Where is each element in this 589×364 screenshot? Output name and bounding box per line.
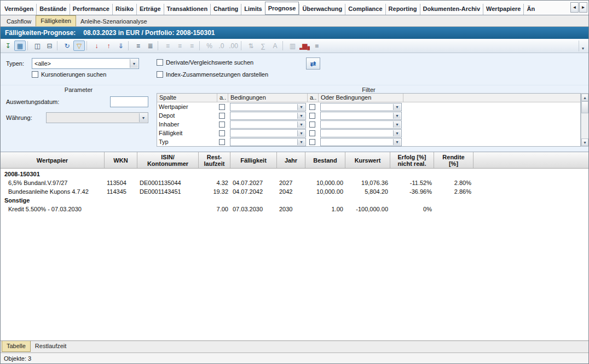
tab-Prognose[interactable]: Prognose <box>265 2 299 15</box>
column-header-6[interactable]: Bestand <box>305 152 345 168</box>
filter-header-3: a.. <box>308 94 319 102</box>
column-header-5[interactable]: Jahr <box>277 152 305 168</box>
filter-or-condition-select[interactable]: ▼ <box>320 138 402 146</box>
table-group-row[interactable]: 2008-150301 <box>1 170 588 178</box>
chart-table-view-icon[interactable]: ▦ <box>14 41 26 51</box>
waehrung-select[interactable]: ▼ <box>46 112 148 123</box>
tab-Reporting[interactable]: Reporting <box>385 4 420 15</box>
chevron-down-icon: ▼ <box>297 130 305 136</box>
tab-Dokumenten-Archiv[interactable]: Dokumenten-Archiv <box>420 4 483 15</box>
filter-or-condition-select[interactable]: ▼ <box>320 120 402 129</box>
table-row[interactable]: 6,5% Bundanl.V.97/27113504DE00011350444.… <box>1 178 588 187</box>
tab-Än[interactable]: Än <box>523 4 538 15</box>
column-header-1[interactable]: WKN <box>105 152 137 168</box>
filter-and-checkbox[interactable] <box>219 104 225 110</box>
copy-view-icon[interactable]: ◫ <box>32 41 43 51</box>
auswertungsdatum-input[interactable] <box>110 96 148 107</box>
filter-condition-select[interactable]: ▼ <box>230 120 306 129</box>
column-header-2[interactable]: ISIN/ Kontonummer <box>137 152 199 168</box>
filter-and-checkbox[interactable] <box>219 113 225 119</box>
filter-and-checkbox[interactable] <box>219 122 225 128</box>
tab-scroll-left-button[interactable]: ◄ <box>570 2 579 13</box>
bottomtab-Restlaufzeit[interactable]: Restlaufzeit <box>31 341 71 351</box>
tab-Risiko[interactable]: Risiko <box>112 4 136 15</box>
tab-scroll-right-button[interactable]: ► <box>579 2 587 13</box>
table-cell-0: Bundesanleihe Kupons 4.7.42 <box>1 188 105 195</box>
table-cell-6: 1.00 <box>305 206 345 212</box>
percent-format-icon: % <box>204 41 215 51</box>
filter-or-condition-select[interactable]: ▼ <box>320 103 402 111</box>
filter-scrollbar-thumb[interactable] <box>581 101 588 113</box>
column-header-8[interactable]: Erfolg [%] nicht real. <box>390 152 434 168</box>
kursnotierungen-checkbox[interactable] <box>32 71 38 78</box>
filter-condition-select[interactable]: ▼ <box>230 129 306 137</box>
toolbar-separator <box>86 41 89 50</box>
table-row[interactable]: Kredit 5.500% - 07.03.20307.0007.03.2030… <box>1 205 588 213</box>
filter-cell <box>308 137 319 146</box>
tab-Limits[interactable]: Limits <box>241 4 264 15</box>
filter-and-checkbox[interactable] <box>219 130 225 136</box>
subtotals-icon[interactable]: ≣ <box>145 41 156 51</box>
filter-scrollbar-track[interactable] <box>581 101 588 138</box>
filter-cell: ▼ <box>319 129 403 137</box>
scroll-up-button[interactable]: ▲ <box>581 94 588 101</box>
tab-Transaktionen[interactable]: Transaktionen <box>164 4 211 15</box>
filter-or-condition-select[interactable]: ▼ <box>320 112 402 120</box>
index-row: Index-Zusammensetzungen darstellen <box>157 71 268 78</box>
filter-or-condition-select[interactable]: ▼ <box>320 129 402 137</box>
filter-and-checkbox[interactable] <box>219 139 225 145</box>
filter-column-label: Inhaber <box>157 120 217 129</box>
scroll-down-button[interactable]: ▼ <box>581 138 588 146</box>
split-view-icon[interactable]: ⊟ <box>44 41 55 51</box>
derivate-checkbox[interactable] <box>157 59 163 66</box>
tab-Charting[interactable]: Charting <box>210 4 241 15</box>
filter-or-checkbox[interactable] <box>309 122 315 128</box>
tab-Erträge[interactable]: Erträge <box>136 4 164 15</box>
column-header-4[interactable]: Fälligkeit <box>230 152 277 168</box>
load-values-icon[interactable]: ⇓ <box>115 41 126 51</box>
tab-Vermögen[interactable]: Vermögen <box>2 4 36 15</box>
table-cell-9: 2.80% <box>434 180 473 186</box>
column-header-0[interactable]: Wertpapier <box>1 152 105 168</box>
chart-icon[interactable]: ▂▆▄ <box>299 41 310 51</box>
table-row[interactable]: Bundesanleihe Kupons 4.7.42114345DE00011… <box>1 187 588 196</box>
column-header-9[interactable]: Rendite [%] <box>434 152 473 168</box>
outline-level-icon[interactable]: ≡ <box>132 41 144 51</box>
refresh-icon[interactable]: ↻ <box>61 41 73 51</box>
filter-icon[interactable]: ▽ <box>73 41 85 51</box>
filter-condition-select[interactable]: ▼ <box>230 103 306 111</box>
sort-ascending-icon[interactable]: ↑ <box>103 41 114 51</box>
column-header-3[interactable]: Rest- laufzeit <box>199 152 230 168</box>
subtab-Cashflow[interactable]: Cashflow <box>2 16 36 26</box>
sort-descending-icon[interactable]: ↓ <box>91 41 102 51</box>
typen-select[interactable]: <alle> ▼ <box>32 58 139 69</box>
refresh-button[interactable]: ⇄ <box>306 57 320 70</box>
tab-Compliance[interactable]: Compliance <box>345 4 385 15</box>
index-checkbox[interactable] <box>157 71 163 78</box>
filter-row-Wertpapier: Wertpapier▼▼ <box>157 102 580 111</box>
tab-Performance[interactable]: Performance <box>70 4 112 15</box>
subtab-Anleihe-Szenarioanalyse[interactable]: Anleihe-Szenarioanalyse <box>76 16 152 26</box>
column-header-7[interactable]: Kurswert <box>345 152 390 168</box>
tab-Überwachung[interactable]: Überwachung <box>299 4 345 15</box>
filter-scrollbar[interactable]: ▲ ▼ <box>581 93 589 147</box>
table-group-row[interactable]: Sonstige <box>1 196 588 205</box>
table-cell-2: DE0001143451 <box>137 188 199 195</box>
toolbar-overflow-button[interactable]: ▼ <box>579 41 587 51</box>
filter-row-Fälligkeit: Fälligkeit▼▼ <box>157 129 580 137</box>
filter-condition-select[interactable]: ▼ <box>230 138 306 146</box>
tab-Bestände[interactable]: Bestände <box>36 4 70 15</box>
bottomtab-Tabelle[interactable]: Tabelle <box>2 341 31 352</box>
filter-or-checkbox[interactable] <box>309 130 315 136</box>
tab-Wertpapiere[interactable]: Wertpapiere <box>483 4 523 15</box>
align-center-icon: ≡ <box>174 41 186 51</box>
export-icon[interactable]: ↧ <box>2 41 14 51</box>
derivate-label: Derivate/Vergleichswerte suchen <box>166 59 253 66</box>
filter-or-checkbox[interactable] <box>309 139 315 145</box>
table-cell-8: -11.52% <box>390 180 434 186</box>
filter-or-checkbox[interactable] <box>309 104 315 110</box>
filter-or-checkbox[interactable] <box>309 113 315 119</box>
filter-condition-select[interactable]: ▼ <box>230 112 306 120</box>
subtab-Fälligkeiten[interactable]: Fälligkeiten <box>36 15 76 26</box>
filter-row-Inhaber: Inhaber▼▼ <box>157 120 580 129</box>
